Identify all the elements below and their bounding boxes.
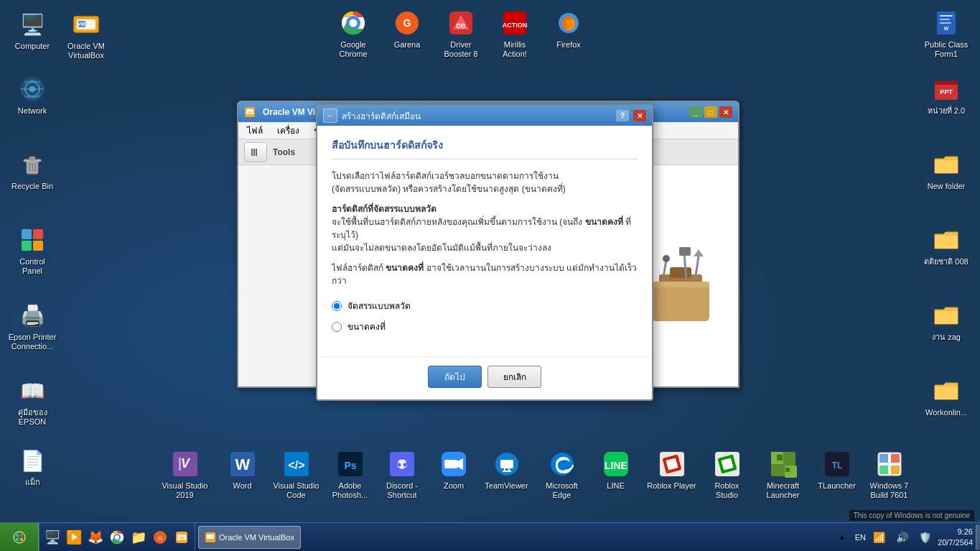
show-desktop-button[interactable] — [976, 524, 980, 550]
dialog-close-button[interactable]: ✕ — [633, 110, 646, 121]
taskbar-chrome-quicklaunch[interactable] — [107, 527, 127, 547]
desktop-icon-word[interactable]: W Word — [212, 447, 273, 494]
svg-rect-95 — [20, 534, 23, 537]
desktop-icon-control-panel[interactable]: ControlPanel — [4, 223, 61, 279]
svg-rect-32 — [940, 19, 950, 20]
dialog-next-button[interactable]: ถัดไป — [428, 366, 482, 388]
desktop-icon-driver-booster[interactable]: DB DriverBooster 8 — [432, 6, 490, 62]
taskbar-tasks: Oracle VM VirtualBox — [195, 523, 832, 551]
desktop-icon-epson-printer[interactable]: 🖨️ Epson PrinterConnectio... — [4, 298, 61, 354]
tray-arrow[interactable]: ▲ — [832, 527, 852, 547]
desktop-icon-zoom[interactable]: Zoom — [425, 447, 482, 494]
desktop-icon-งาน-zag[interactable]: งาน zag — [918, 298, 975, 345]
desktop-icon-new-folder[interactable]: New folder — [918, 147, 975, 194]
vbox-close-button[interactable]: ✕ — [719, 106, 732, 118]
taskbar-garena-quicklaunch[interactable]: G — [150, 527, 170, 547]
vbox-menu-file[interactable]: ไฟล์ — [244, 122, 266, 139]
svg-rect-33 — [940, 22, 951, 24]
vbox-tool-button[interactable] — [244, 142, 267, 162]
tray-volume[interactable]: 🔊 — [892, 527, 912, 547]
dialog-main-title: สือบันทึกบนฮาร์ดดิสก์จริง — [332, 137, 638, 159]
svg-rect-89 — [879, 454, 888, 463]
svg-rect-67 — [444, 460, 457, 468]
desktop-icon-garena[interactable]: G Garena — [378, 6, 436, 52]
desktop-icon-vscode[interactable]: </> Visual StudioCode — [266, 447, 327, 503]
radio-dynamic-input[interactable] — [332, 301, 342, 311]
dialog-create-vhd: ← สร้างฮาร์ดดิสก์เสมือน ? ✕ สือบันทึกบนฮ… — [316, 104, 653, 401]
svg-rect-56 — [179, 458, 181, 471]
vbox-menu-machine[interactable]: เครื่อง — [274, 122, 302, 139]
desktop-icon-firefox[interactable]: Firefox — [540, 6, 597, 52]
svg-rect-91 — [879, 466, 888, 474]
taskbar-task-vbox[interactable]: Oracle VM VirtualBox — [198, 526, 301, 549]
desktop-icon-vs2019[interactable]: V Visual Studio2019 — [154, 447, 215, 503]
svg-text:Ps: Ps — [344, 460, 356, 471]
dialog-cancel-button[interactable]: ยกเลิก — [487, 366, 541, 388]
svg-rect-53 — [652, 282, 709, 287]
svg-rect-10 — [29, 157, 35, 160]
svg-text:G: G — [403, 17, 411, 29]
desktop-icon-ms-edge[interactable]: MicrosoftEdge — [531, 447, 592, 503]
radio-fixed-input[interactable] — [332, 322, 342, 332]
svg-rect-70 — [500, 460, 513, 468]
taskbar-clock[interactable]: 9:26 20/7/2564 — [938, 527, 973, 547]
svg-point-93 — [14, 532, 25, 543]
desktop-icon-mirillis[interactable]: ACTION MirillisAction! — [486, 6, 543, 62]
radio-fixed-label: ขนาดคงที่ — [347, 320, 386, 333]
desktop-icon-หนวยที[interactable]: PPT หน่วยที่ 2.0 — [918, 72, 975, 119]
svg-text:V: V — [180, 456, 190, 471]
taskbar-vbox-quicklaunch[interactable]: VM — [172, 527, 192, 547]
desktop-icon-computer[interactable]: 🖥️ Computer — [4, 7, 61, 54]
tray-language: EN — [855, 533, 866, 542]
desktop-icon-google-chrome[interactable]: Google Chrome — [325, 6, 382, 62]
svg-rect-44 — [652, 282, 709, 321]
svg-text:DB: DB — [457, 22, 466, 29]
svg-rect-97 — [20, 538, 23, 541]
vbox-maximize-button[interactable]: □ — [704, 106, 717, 118]
svg-point-65 — [403, 463, 407, 467]
taskbar-folder-quicklaunch[interactable]: 📁 — [129, 527, 149, 547]
taskbar-media-player[interactable]: ▶️ — [64, 527, 84, 547]
desktop-icon-win7[interactable]: Windows 7Build 7601 — [859, 447, 920, 503]
vbox-minimize-button[interactable]: _ — [689, 106, 702, 118]
desktop-icon-oracle-vm[interactable]: VM Oracle VMVirtualBox — [57, 7, 115, 63]
svg-marker-52 — [694, 249, 704, 256]
dialog-paragraph1: โปรดเลือกว่าไฟล์ฮาร์ดดิสก์เวอร์ชวลบอกขนา… — [332, 170, 638, 195]
desktop-icon-minecraft[interactable]: MinecraftLauncher — [752, 447, 813, 503]
tray-shield[interactable]: 🛡️ — [915, 527, 935, 547]
dialog-radio-dynamic[interactable]: จัดสรรแบบพลวัด — [332, 299, 638, 312]
desktop-icon-public-class[interactable]: W Public ClassForm1 — [918, 6, 975, 62]
dialog-body: สือบันทึกบนฮาร์ดดิสก์จริง โปรดเลือกว่าไฟ… — [317, 126, 652, 356]
svg-rect-17 — [33, 241, 43, 251]
svg-rect-84 — [777, 455, 783, 460]
desktop-icon-epson-manual[interactable]: 📖 คู่มือของEPSON — [4, 374, 61, 430]
desktop: 🖥️ Computer VM Oracle VMVirtualBox N — [0, 0, 980, 551]
desktop-icon-roblox-studio[interactable]: RobloxStudio — [696, 447, 757, 503]
tray-network[interactable]: 📶 — [869, 527, 889, 547]
vbox-tools-label: Tools — [273, 147, 295, 157]
dialog-back-button[interactable]: ← — [323, 108, 337, 123]
desktop-icon-network[interactable]: Network — [4, 72, 61, 119]
radio-dynamic-label: จัดสรรแบบพลวัด — [347, 299, 411, 312]
start-button[interactable] — [0, 523, 39, 552]
dialog-radio-group: จัดสรรแบบพลวัด ขนาดคงที่ — [332, 299, 638, 333]
desktop-icon-line[interactable]: LINE LINE — [589, 447, 643, 494]
dialog-radio-fixed[interactable]: ขนาดคงที่ — [332, 320, 638, 333]
desktop-icon-workonline[interactable]: Workonlin... — [918, 374, 975, 420]
svg-text:VM: VM — [78, 22, 85, 27]
desktop-icon-maek[interactable]: 📄 แม็ก — [4, 443, 61, 490]
dialog-title: สร้างฮาร์ดดิสก์เสมือน — [342, 109, 612, 123]
desktop-icon-recycle-bin[interactable]: Recycle Bin — [4, 147, 61, 194]
dialog-paragraph3: ไฟล์ฮาร์ดดิสก์ ขนาดคงที่ อาจใช้เวลานานใน… — [332, 261, 638, 287]
svg-text:W: W — [235, 455, 250, 473]
desktop-icon-roblox-player[interactable]: Roblox Player — [641, 447, 702, 494]
desktop-icon-teamviewer[interactable]: TeamViewer — [476, 447, 537, 494]
svg-rect-15 — [33, 229, 43, 239]
dialog-paragraph2-title: ฮาร์ดดิสก์ที่จัดสรรแบบพลวัด — [332, 204, 437, 214]
taskbar-firefox-quicklaunch[interactable]: 🦊 — [85, 527, 106, 547]
svg-rect-31 — [940, 15, 953, 17]
desktop-icon-ตติยชาติ[interactable]: ตติยชาติ 008 — [918, 223, 975, 269]
svg-rect-107 — [207, 534, 214, 539]
dialog-help-button[interactable]: ? — [616, 110, 629, 121]
taskbar-show-desktop[interactable]: 🖥️ — [42, 527, 62, 547]
